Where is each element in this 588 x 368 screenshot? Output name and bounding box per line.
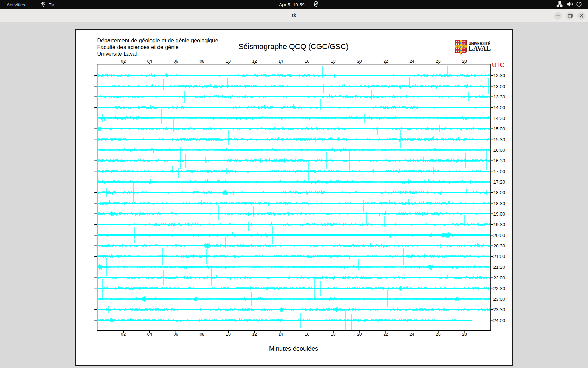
svg-text:14:00: 14:00 (493, 105, 505, 110)
svg-text:19:00: 19:00 (493, 211, 505, 217)
svg-text:26: 26 (436, 332, 441, 337)
svg-text:Faculté des sciences et de gén: Faculté des sciences et de génie (97, 44, 179, 50)
svg-text:06: 06 (174, 59, 178, 64)
svg-text:18: 18 (331, 332, 336, 337)
svg-text:10: 10 (226, 332, 231, 337)
svg-text:02: 02 (121, 332, 126, 337)
svg-text:15:30: 15:30 (493, 137, 505, 142)
svg-text:22: 22 (383, 59, 388, 64)
svg-text:12:30: 12:30 (493, 73, 505, 78)
svg-text:20: 20 (357, 59, 362, 64)
svg-text:12: 12 (252, 332, 257, 337)
svg-text:10: 10 (226, 59, 231, 64)
svg-text:Université Laval: Université Laval (97, 51, 137, 57)
svg-text:24: 24 (410, 332, 414, 337)
svg-text:18:00: 18:00 (493, 190, 505, 195)
svg-text:16:00: 16:00 (493, 148, 505, 153)
svg-text:13:00: 13:00 (493, 84, 505, 89)
svg-text:23:30: 23:30 (493, 307, 505, 312)
svg-text:26: 26 (436, 59, 441, 64)
svg-text:21:00: 21:00 (493, 254, 505, 259)
svg-text:14: 14 (279, 59, 284, 64)
svg-text:28: 28 (462, 332, 467, 337)
svg-text:18: 18 (331, 59, 336, 64)
svg-text:18:30: 18:30 (493, 201, 505, 206)
svg-text:17:30: 17:30 (493, 179, 505, 185)
svg-text:13:30: 13:30 (493, 94, 505, 100)
svg-text:08: 08 (200, 59, 205, 64)
svg-text:04: 04 (147, 59, 152, 64)
svg-text:28: 28 (462, 59, 467, 64)
svg-text:UTC: UTC (492, 62, 504, 68)
svg-text:12: 12 (252, 59, 257, 64)
svg-text:19:30: 19:30 (493, 222, 505, 227)
svg-text:08: 08 (200, 332, 205, 337)
svg-text:15:00: 15:00 (493, 126, 505, 131)
svg-text:06: 06 (174, 332, 178, 337)
svg-text:22: 22 (383, 332, 388, 337)
svg-text:17:00: 17:00 (493, 169, 505, 174)
svg-text:24: 24 (410, 59, 414, 64)
svg-text:04: 04 (147, 332, 152, 337)
svg-text:LAVAL: LAVAL (469, 44, 491, 53)
svg-text:Séismographe QCQ (CGC/GSC): Séismographe QCQ (CGC/GSC) (238, 42, 348, 51)
svg-text:20:30: 20:30 (493, 243, 505, 248)
svg-text:20:00: 20:00 (493, 233, 505, 238)
svg-text:20: 20 (357, 332, 362, 337)
svg-text:14:30: 14:30 (493, 116, 505, 121)
svg-text:21:30: 21:30 (493, 265, 505, 270)
svg-text:16:30: 16:30 (493, 158, 505, 163)
svg-text:Département de géologie et de: Département de géologie et de génie géol… (97, 38, 218, 43)
svg-text:22:30: 22:30 (493, 286, 505, 291)
svg-text:Minutes écoulées: Minutes écoulées (269, 345, 318, 352)
svg-text:22:00: 22:00 (493, 275, 505, 280)
svg-text:14: 14 (279, 332, 284, 337)
svg-text:16: 16 (305, 59, 310, 64)
svg-text:02: 02 (121, 59, 126, 64)
svg-text:24:00: 24:00 (493, 318, 505, 323)
svg-text:23:00: 23:00 (493, 297, 505, 302)
svg-text:16: 16 (305, 332, 310, 337)
